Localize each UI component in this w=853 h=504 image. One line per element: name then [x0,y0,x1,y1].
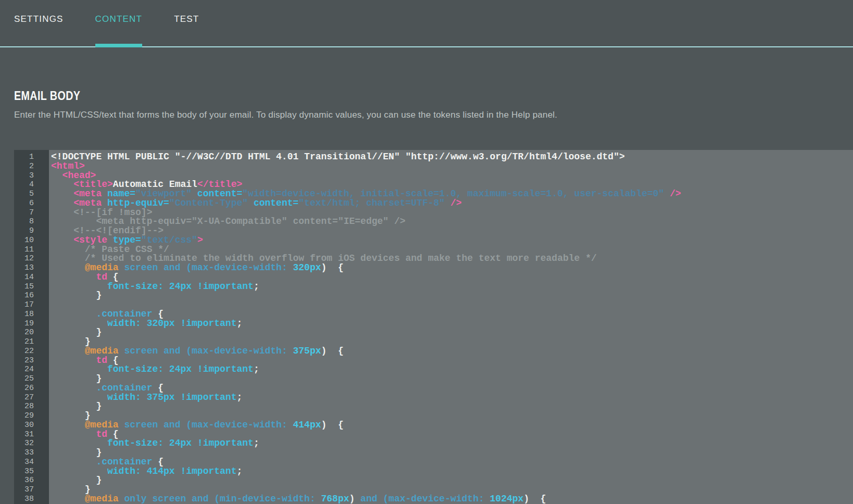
code-token: 320px [287,262,321,273]
line-number: 13 [14,263,49,273]
tab-content-label: CONTENT [95,14,143,24]
code-token: and (max-device-width: [355,494,484,504]
code-token: 768px [316,494,349,504]
line-number: 6 [14,199,49,208]
code-token: screen and (max-device-width: [119,262,287,273]
code-token: screen and (max-device-width: [119,420,287,430]
code-line[interactable]: <meta http-equiv="X-UA-Compatible" conte… [51,217,853,226]
code-token: <!DOCTYPE HTML PUBLIC "-//W3C//DTD HTML … [51,152,625,162]
code-token: 375px [287,346,321,356]
editor-code-area[interactable]: <!DOCTYPE HTML PUBLIC "-//W3C//DTD HTML … [49,150,853,504]
code-line[interactable]: } [51,476,853,485]
line-number: 26 [14,384,49,393]
code-line[interactable]: font-size: 24px !important; [51,365,853,374]
line-number: 27 [14,393,49,402]
line-number: 14 [14,273,49,282]
code-line[interactable]: width: 375px !important; [51,393,853,402]
section-description: Enter the HTML/CSS/text that forms the b… [14,110,853,120]
code-line[interactable]: @media screen and (max-device-width: 320… [51,263,853,273]
line-number: 28 [14,402,49,411]
line-number: 22 [14,347,49,356]
code-line[interactable]: @media screen and (max-device-width: 414… [51,421,853,430]
line-number: 5 [14,190,49,199]
code-token: } [51,290,102,300]
code-line[interactable]: } [51,402,853,411]
line-number: 4 [14,180,49,190]
email-body-section: EMAIL BODY Enter the HTML/CSS/text that … [0,47,853,120]
code-token: ; [254,281,259,292]
section-title: EMAIL BODY [14,89,702,103]
code-line[interactable]: @media only screen and (min-device-width… [51,495,853,504]
code-line[interactable]: font-size: 24px !important; [51,282,853,292]
code-line[interactable]: width: 320px !important; [51,319,853,329]
code-token: only screen and (min-device-width: [119,494,316,504]
code-token: 414px [287,420,321,430]
line-number: 1 [14,153,49,162]
line-number: 35 [14,467,49,476]
line-number: 34 [14,458,49,467]
code-token: ) { [321,420,344,430]
line-number: 29 [14,411,49,421]
code-token: > [197,235,203,245]
line-number: 15 [14,282,49,292]
line-number: 19 [14,319,49,329]
line-number: 25 [14,374,49,384]
line-number: 24 [14,365,49,374]
line-number: 21 [14,337,49,347]
tab-settings[interactable]: SETTINGS [14,0,64,46]
code-line[interactable]: <!DOCTYPE HTML PUBLIC "-//W3C//DTD HTML … [51,153,853,162]
line-number: 11 [14,245,49,255]
line-number: 32 [14,439,49,448]
code-token: /> [445,198,461,208]
line-number: 23 [14,356,49,366]
code-line[interactable]: font-size: 24px !important; [51,439,853,448]
tab-bar: SETTINGS CONTENT TEST [0,0,853,47]
line-number: 18 [14,310,49,319]
code-line[interactable]: width: 414px !important; [51,467,853,476]
code-token: ; [236,392,242,402]
code-token: ) { [523,494,546,504]
code-token: 1024px [484,494,524,504]
line-number: 9 [14,226,49,236]
tab-content[interactable]: CONTENT [95,0,143,46]
line-number: 20 [14,328,49,337]
code-token: ) [349,494,355,504]
tab-settings-label: SETTINGS [14,14,64,24]
code-line[interactable]: <style type="text/css"> [51,236,853,245]
line-number: 17 [14,300,49,310]
code-token: /> [664,188,681,199]
code-line[interactable]: } [51,291,853,300]
line-number: 37 [14,485,49,495]
code-token: ) { [321,346,344,356]
line-number: 12 [14,254,49,263]
line-number: 36 [14,476,49,485]
code-token: ; [236,318,242,329]
line-number: 30 [14,421,49,430]
code-line[interactable]: } [51,374,853,384]
code-token: "text/html; charset=UTF-8" [298,198,445,208]
line-number: 33 [14,448,49,458]
line-number: 10 [14,236,49,245]
code-line[interactable]: } [51,448,853,458]
code-token: "Content-Type" [169,198,248,208]
code-line[interactable] [51,300,853,310]
line-number: 7 [14,208,49,218]
code-token: ) { [321,262,344,273]
line-number: 2 [14,162,49,171]
code-token: @media [51,494,119,504]
tab-test-label: TEST [174,14,199,24]
line-number: 38 [14,495,49,504]
code-line[interactable]: } [51,328,853,337]
code-editor[interactable]: 1234567891011121314151617181920212223242… [14,150,853,504]
code-token: screen and (max-device-width: [119,346,287,356]
line-number: 8 [14,217,49,226]
line-number: 16 [14,291,49,300]
tab-test[interactable]: TEST [174,0,199,46]
code-line[interactable]: <html> [51,162,853,171]
code-token: ; [236,466,242,476]
code-line[interactable]: @media screen and (max-device-width: 375… [51,347,853,356]
line-number: 31 [14,430,49,439]
line-number: 3 [14,171,49,181]
code-line[interactable]: <meta http-equiv="Content-Type" content=… [51,199,853,208]
code-token: content= [248,198,298,208]
